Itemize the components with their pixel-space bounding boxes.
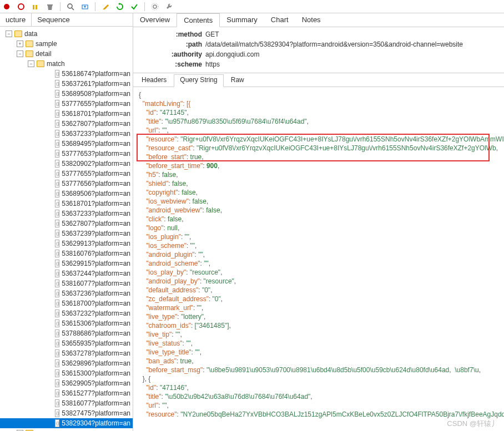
- json-line: "watermark_url": "",: [139, 303, 498, 312]
- left-tabs: ucture Sequence: [0, 13, 133, 27]
- tree-row[interactable]: 53637261?platform=an: [0, 79, 133, 89]
- tree-row[interactable]: 53629896?platform=an: [0, 358, 133, 368]
- svg-point-9: [152, 3, 158, 10]
- request-summary: :methodGET:path/data/detail/match/538293…: [133, 27, 504, 73]
- json-line: "before_start": true,: [139, 153, 498, 161]
- tree-row[interactable]: 53637244?platform=an: [0, 268, 133, 278]
- wrench-icon[interactable]: [165, 2, 174, 11]
- tab-contents[interactable]: Contents: [177, 13, 220, 27]
- tree-row[interactable]: 53637233?platform=an: [0, 209, 133, 219]
- tree-row[interactable]: 53637232?platform=an: [0, 308, 133, 318]
- summary-val: https: [205, 59, 504, 69]
- stop-icon[interactable]: [17, 2, 26, 11]
- settings-icon[interactable]: [150, 2, 159, 11]
- tree-row[interactable]: 53637236?platform=an: [0, 288, 133, 298]
- tree[interactable]: −data+sample−detail−match53618674?platfo…: [0, 27, 133, 431]
- json-line: "default_address": "0",: [139, 286, 498, 295]
- summary-key: :path: [133, 39, 205, 49]
- edit-icon[interactable]: [101, 2, 110, 11]
- tree-row[interactable]: 53777655?platform=an: [0, 169, 133, 179]
- tree-row[interactable]: 53777653?platform=an: [0, 149, 133, 159]
- tree-row[interactable]: 53615300?platform=an: [0, 368, 133, 378]
- svg-line-6: [72, 8, 74, 10]
- subtab-raw[interactable]: Raw: [225, 74, 250, 85]
- json-line: "android_webview": false,: [139, 206, 498, 215]
- tree-row[interactable]: 53689506?platform=an: [0, 189, 133, 199]
- json-line: "id": "471146",: [139, 383, 498, 392]
- json-line: "click": false,: [139, 215, 498, 224]
- tree-row[interactable]: 53788686?platform=an: [0, 328, 133, 338]
- sub-tabs: HeadersQuery StringRaw: [133, 73, 504, 87]
- json-line: "title": "\u957f\u8679\u8350\u5f69\u7684…: [139, 117, 498, 126]
- tree-row[interactable]: 53618674?platform=an: [0, 69, 133, 79]
- inspect-icon[interactable]: [66, 2, 75, 11]
- tree-row[interactable]: 53629913?platform=an: [0, 239, 133, 249]
- tree-row[interactable]: 53820902?platform=an: [0, 159, 133, 169]
- json-line: "url": "",: [139, 401, 498, 410]
- tree-row[interactable]: 53777656?platform=an: [0, 179, 133, 189]
- tree-row[interactable]: 53618701?platform=an: [0, 199, 133, 209]
- svg-rect-3: [36, 5, 37, 9]
- json-line: "live_type": "lottery",: [139, 312, 498, 321]
- json-line: "id": "471145",: [139, 108, 498, 117]
- json-line: "android_plugin": "",: [139, 250, 498, 259]
- tree-row[interactable]: 53618700?platform=an: [0, 298, 133, 308]
- tree-row[interactable]: 53627807?platform=an: [0, 119, 133, 129]
- tree-row[interactable]: 53615277?platform=an: [0, 388, 133, 398]
- tree-row[interactable]: 53629905?platform=an: [0, 378, 133, 388]
- tab-summary[interactable]: Summary: [220, 13, 264, 27]
- tree-row[interactable]: 53629915?platform=an: [0, 258, 133, 268]
- tree-row[interactable]: 53618701?platform=an: [0, 109, 133, 119]
- json-line: "live_tip": "",: [139, 330, 498, 339]
- tree-row[interactable]: −match: [0, 59, 133, 69]
- json-line: "h5": false,: [139, 170, 498, 179]
- subtab-headers[interactable]: Headers: [135, 74, 173, 85]
- tree-row[interactable]: 53829304?platform=an: [0, 418, 133, 428]
- tree-row[interactable]: 53637233?platform=an: [0, 129, 133, 139]
- resize-icon[interactable]: [80, 2, 89, 11]
- retry-icon[interactable]: [115, 2, 124, 11]
- tree-row[interactable]: 53689508?platform=an: [0, 89, 133, 99]
- json-line: "resource_cast": "Rigr+u0fV8\/xr6YrqzvXq…: [139, 144, 498, 153]
- tab-sequence[interactable]: Sequence: [32, 13, 75, 26]
- pause-icon[interactable]: [31, 2, 40, 11]
- check-icon[interactable]: [130, 2, 139, 11]
- watermark: CSDN @轩辕丿: [447, 419, 498, 429]
- tab-overview[interactable]: Overview: [133, 13, 177, 27]
- svg-rect-2: [33, 5, 34, 9]
- json-line: "android_scheme": "",: [139, 259, 498, 268]
- json-line: "resource": "Rigr+u0fV8\/xr6YrqzvXqcIUKe…: [139, 135, 498, 144]
- json-line: "ban_ads": true,: [139, 357, 498, 366]
- json-body[interactable]: { "matchLiving": [{ "id": "471145", "tit…: [133, 87, 504, 431]
- tree-row[interactable]: 53816076?platform=an: [0, 249, 133, 258]
- tree-row[interactable]: 53637278?platform=an: [0, 348, 133, 358]
- tab-chart[interactable]: Chart: [264, 13, 295, 27]
- tab-notes[interactable]: Notes: [295, 13, 327, 27]
- tree-row[interactable]: +program: [0, 428, 133, 431]
- tree-row[interactable]: +sample: [0, 39, 133, 49]
- svg-point-5: [68, 4, 72, 8]
- record-icon[interactable]: [2, 2, 11, 11]
- subtab-query-string[interactable]: Query String: [174, 74, 223, 87]
- tab-structure[interactable]: ucture: [0, 13, 32, 26]
- json-line: "zc_default_address": "0",: [139, 295, 498, 303]
- clear-icon[interactable]: [46, 2, 54, 11]
- tree-row[interactable]: 53777655?platform=an: [0, 99, 133, 109]
- tree-row[interactable]: 53827475?platform=an: [0, 408, 133, 418]
- tree-row[interactable]: 53655935?platform=an: [0, 338, 133, 348]
- tree-row[interactable]: 53637239?platform=an: [0, 229, 133, 239]
- json-line: "logo": null,: [139, 224, 498, 232]
- tree-row[interactable]: 53627807?platform=an: [0, 219, 133, 229]
- tree-row[interactable]: −data: [0, 29, 133, 39]
- json-line: "ios_scheme": "",: [139, 241, 498, 250]
- json-line: "title": "\u50b2\u9b42\u63a8\u76d8\u7684…: [139, 392, 498, 401]
- tree-row[interactable]: 53816077?platform=an: [0, 398, 133, 408]
- tree-row[interactable]: 53816077?platform=an: [0, 278, 133, 288]
- json-line: "ios_webview": false,: [139, 197, 498, 206]
- json-line: "resource": "NY2une05bqBeHa27YxVBbHCO3BA…: [139, 410, 498, 419]
- tree-row[interactable]: 53689495?platform=an: [0, 139, 133, 149]
- summary-val: /data/detail/match/53829304?platform=and…: [205, 39, 504, 49]
- svg-point-0: [4, 4, 9, 9]
- tree-row[interactable]: −detail: [0, 49, 133, 59]
- tree-row[interactable]: 53615306?platform=an: [0, 318, 133, 328]
